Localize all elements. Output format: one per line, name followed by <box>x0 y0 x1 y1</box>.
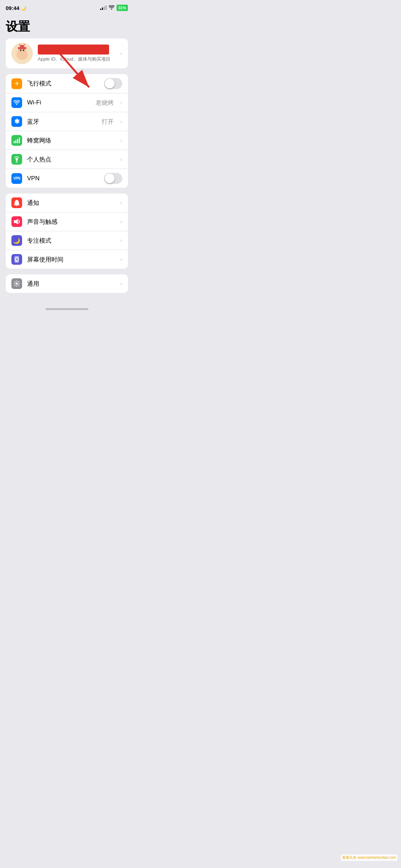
cellular-row[interactable]: 蜂窝网络 › <box>6 131 128 150</box>
profile-name-redacted <box>38 45 109 55</box>
bluetooth-value: 打开 <box>102 118 114 126</box>
home-bar <box>46 308 88 310</box>
airplane-toggle[interactable] <box>104 78 122 89</box>
airplane-mode-row[interactable]: ✈ 飞行模式 <box>6 74 128 93</box>
general-label: 通用 <box>27 280 115 288</box>
general-row[interactable]: 通用 › <box>6 274 128 293</box>
hotspot-label: 个人热点 <box>27 155 115 164</box>
battery-icon: 31% <box>117 5 128 11</box>
bluetooth-row[interactable]: ✱ 蓝牙 打开 › <box>6 112 128 131</box>
svg-marker-20 <box>14 219 18 224</box>
avatar <box>11 43 33 64</box>
wifi-chevron: › <box>120 99 122 106</box>
svg-point-6 <box>24 51 26 52</box>
status-icons: 31% <box>100 5 128 11</box>
sounds-label: 声音与触感 <box>27 218 115 226</box>
page-title: 设置 <box>6 19 128 35</box>
notification-section: 通知 › 声音与触感 › 🌙 专注模式 › <box>6 193 128 269</box>
hotspot-row[interactable]: 个人热点 › <box>6 150 128 169</box>
network-section: ✈ 飞行模式 Wi-Fi 老烧烤 › ✱ <box>6 74 128 188</box>
svg-point-5 <box>18 51 20 52</box>
wifi-settings-icon <box>11 97 22 108</box>
general-section: 通用 › <box>6 274 128 293</box>
status-time: 09:44 🌙 <box>6 5 26 11</box>
sounds-chevron: › <box>120 218 122 225</box>
page-title-area: 设置 <box>0 16 134 38</box>
profile-chevron: › <box>120 50 122 57</box>
vpn-toggle[interactable] <box>104 173 122 184</box>
screentime-icon <box>11 254 22 265</box>
svg-rect-16 <box>19 138 20 143</box>
wifi-row[interactable]: Wi-Fi 老烧烤 › <box>6 93 128 112</box>
svg-point-24 <box>16 283 18 285</box>
wifi-label: Wi-Fi <box>27 99 91 106</box>
profile-row[interactable]: Apple ID、iCloud、媒体与购买项目 › <box>6 38 128 68</box>
focus-row[interactable]: 🌙 专注模式 › <box>6 231 128 250</box>
notifications-chevron: › <box>120 199 122 206</box>
profile-info: Apple ID、iCloud、媒体与购买项目 <box>38 45 115 62</box>
vpn-row[interactable]: VPN VPN <box>6 169 128 188</box>
signal-icon <box>100 6 107 10</box>
svg-rect-13 <box>14 141 15 143</box>
cellular-icon <box>11 135 22 146</box>
vpn-icon: VPN <box>11 173 22 184</box>
screentime-row[interactable]: 屏幕使用时间 › <box>6 250 128 269</box>
focus-label: 专注模式 <box>27 237 115 245</box>
hotspot-icon <box>11 154 22 165</box>
sounds-row[interactable]: 声音与触感 › <box>6 212 128 231</box>
screentime-chevron: › <box>120 256 122 263</box>
airplane-icon: ✈ <box>11 78 22 89</box>
general-icon <box>11 278 22 289</box>
vpn-label: VPN <box>27 175 99 182</box>
cellular-label: 蜂窝网络 <box>27 136 115 145</box>
status-bar: 09:44 🌙 31% <box>0 0 134 16</box>
bluetooth-label: 蓝牙 <box>27 118 97 126</box>
wifi-value: 老烧烤 <box>96 99 114 107</box>
moon-icon: 🌙 <box>21 5 26 11</box>
sounds-icon <box>11 216 22 227</box>
bluetooth-chevron: › <box>120 118 122 125</box>
notifications-label: 通知 <box>27 199 115 207</box>
svg-point-3 <box>20 50 21 51</box>
wifi-icon <box>109 5 114 11</box>
general-chevron: › <box>120 280 122 287</box>
screentime-label: 屏幕使用时间 <box>27 255 115 264</box>
airplane-label: 飞行模式 <box>27 79 99 88</box>
home-indicator <box>0 304 134 316</box>
notifications-row[interactable]: 通知 › <box>6 193 128 212</box>
svg-rect-14 <box>15 140 16 143</box>
hotspot-chevron: › <box>120 156 122 163</box>
profile-card[interactable]: Apple ID、iCloud、媒体与购买项目 › <box>6 38 128 68</box>
settings-content: Apple ID、iCloud、媒体与购买项目 › ✈ 飞行模式 <box>0 38 134 304</box>
focus-chevron: › <box>120 237 122 244</box>
cellular-chevron: › <box>120 137 122 144</box>
notifications-icon <box>11 197 22 208</box>
svg-point-4 <box>23 50 24 51</box>
focus-icon: 🌙 <box>11 235 22 246</box>
bluetooth-icon: ✱ <box>11 116 22 127</box>
svg-rect-15 <box>17 139 18 143</box>
profile-subtitle: Apple ID、iCloud、媒体与购买项目 <box>38 56 115 62</box>
